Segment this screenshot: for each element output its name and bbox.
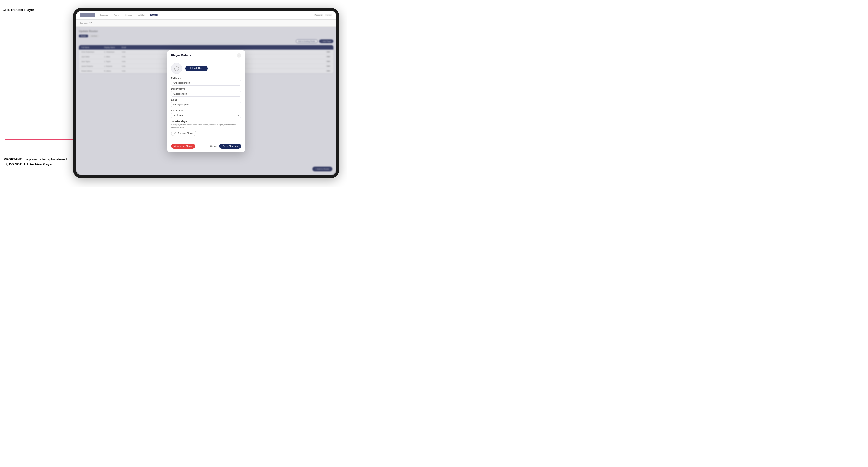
transfer-player-label: Transfer Player: [178, 132, 193, 134]
display-name-input[interactable]: [171, 91, 241, 96]
nav-item-addedit[interactable]: Add/Edit: [137, 13, 146, 16]
tablet-device: Dashboard Teams Seasons Add/Edit Roster …: [73, 7, 339, 179]
transfer-section: Transfer Player If this player has moved…: [171, 120, 241, 136]
sub-header-text: Dashboard (17): [80, 22, 92, 24]
save-changes-button[interactable]: Save Changes: [219, 144, 241, 149]
display-name-label: Display Name: [171, 88, 241, 90]
archive-icon: ⊘: [174, 145, 176, 147]
transfer-icon: ⟳: [175, 132, 177, 135]
school-year-select[interactable]: Sixth Year Fifth Year Fourth Year Third …: [171, 113, 241, 118]
app-logo: [80, 13, 95, 17]
nav-login[interactable]: Login: [325, 13, 332, 16]
display-name-group: Display Name: [171, 88, 241, 96]
instruction-click-text: Click Transfer Player: [2, 7, 68, 12]
school-year-select-wrapper: Sixth Year Fifth Year Fourth Year Third …: [171, 113, 241, 118]
app-chrome: Dashboard Teams Seasons Add/Edit Roster …: [76, 10, 336, 176]
nav-account[interactable]: Account: [314, 13, 323, 16]
important-bold: IMPORTANT: [2, 157, 22, 161]
email-group: Email: [171, 98, 241, 107]
email-input[interactable]: [171, 102, 241, 107]
cancel-button[interactable]: Cancel: [210, 145, 217, 147]
full-name-input[interactable]: [171, 80, 241, 86]
nav-item-seasons[interactable]: Seasons: [124, 13, 134, 16]
modal-title: Player Details: [171, 54, 191, 57]
school-year-label: School Year: [171, 109, 241, 112]
nav-item-teams[interactable]: Teams: [113, 13, 121, 16]
transfer-section-title: Transfer Player: [171, 120, 241, 123]
player-details-modal: Player Details × ◯ Upload Photo: [167, 50, 245, 152]
archive-player-button[interactable]: ⊘ Archive Player: [171, 144, 195, 149]
tablet-screen: Dashboard Teams Seasons Add/Edit Roster …: [76, 10, 336, 176]
email-label: Email: [171, 98, 241, 101]
full-name-group: Full Name: [171, 77, 241, 86]
avatar-section: ◯ Upload Photo: [171, 63, 241, 74]
modal-container: Player Details × ◯ Upload Photo: [76, 27, 336, 176]
app-content: Update Roster Roster Archive Add to Exis…: [76, 27, 336, 176]
transfer-section-description: If this player has moved to another scho…: [171, 123, 241, 129]
app-header: Dashboard Teams Seasons Add/Edit Roster …: [76, 10, 336, 20]
nav-item-dashboard[interactable]: Dashboard: [98, 13, 110, 16]
archive-player-label: Archive Player: [178, 145, 192, 147]
modal-footer: ⊘ Archive Player Cancel Save Changes: [167, 142, 245, 152]
app-sub-header: Dashboard (17): [76, 20, 336, 27]
modal-body: ◯ Upload Photo Full Name D: [167, 60, 245, 141]
school-year-group: School Year Sixth Year Fifth Year Fourth…: [171, 109, 241, 118]
upload-photo-button[interactable]: Upload Photo: [185, 66, 208, 71]
archive-bold: Archive Player: [30, 162, 52, 166]
do-not-bold: DO NOT: [9, 162, 22, 166]
modal-close-button[interactable]: ×: [237, 53, 241, 58]
do-not-text: click: [22, 162, 30, 166]
transfer-player-button[interactable]: ⟳ Transfer Player: [171, 131, 196, 136]
avatar: ◯: [171, 63, 182, 74]
nav-right: Account Login: [314, 13, 332, 16]
instruction-important-area: IMPORTANT: If a player is being transfer…: [2, 157, 68, 167]
nav-item-roster[interactable]: Roster: [150, 13, 158, 16]
instruction-click-area: Click Transfer Player: [2, 7, 68, 15]
modal-header: Player Details ×: [167, 50, 245, 60]
click-prefix: Click: [2, 8, 10, 11]
avatar-icon: ◯: [174, 66, 179, 71]
click-bold: Transfer Player: [10, 8, 34, 11]
full-name-label: Full Name: [171, 77, 241, 80]
